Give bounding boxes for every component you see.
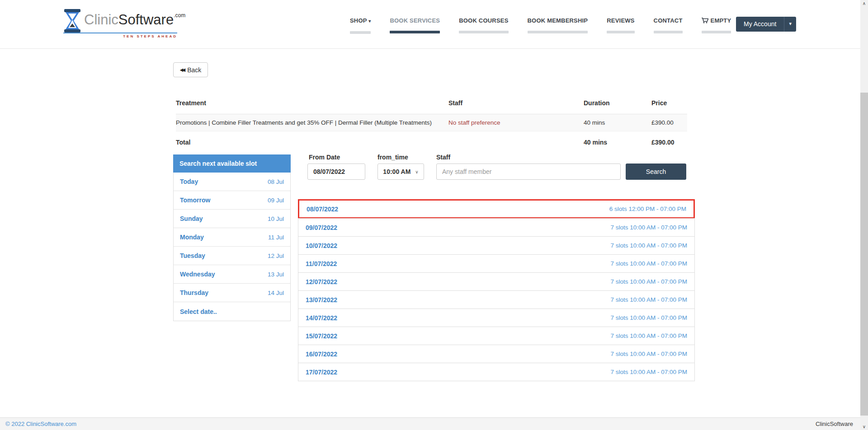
sidebar-item-monday[interactable]: Monday 11 Jul: [174, 228, 290, 247]
total-duration: 40 mins: [584, 131, 651, 151]
sidebar-item-tuesday[interactable]: Tuesday 12 Jul: [174, 247, 290, 265]
nav-underline: [607, 31, 634, 33]
main-nav: SHOP ▾ BOOK SERVICES BOOK COURSES BOOK M…: [345, 17, 736, 34]
search-button[interactable]: Search: [626, 164, 686, 180]
day-date: 10 Jul: [268, 215, 284, 222]
slot-row[interactable]: 11/07/2022 7 slots 10:00 AM - 07:00 PM: [298, 254, 695, 273]
rewind-icon: ◀◀: [180, 67, 184, 72]
slot-date: 10/07/2022: [306, 242, 337, 249]
nav-item-book-membership[interactable]: BOOK MEMBERSHIP: [523, 17, 593, 33]
scroll-down-icon[interactable]: ∨: [860, 424, 868, 429]
column-header-duration: Duration: [584, 97, 651, 114]
brand-tld: .com: [174, 12, 185, 19]
slot-row[interactable]: 16/07/2022 7 slots 10:00 AM - 07:00 PM: [298, 345, 695, 363]
slot-row[interactable]: 13/07/2022 7 slots 10:00 AM - 07:00 PM: [298, 290, 695, 309]
slot-row[interactable]: 09/07/2022 7 slots 10:00 AM - 07:00 PM: [298, 218, 695, 237]
treatment-cell: Promotions | Combine Filler Treatments a…: [176, 114, 448, 131]
slot-date: 15/07/2022: [306, 332, 337, 340]
slot-info: 6 slots 12:00 PM - 07:00 PM: [609, 206, 686, 212]
vertical-scrollbar[interactable]: ∧ ∨: [860, 0, 868, 430]
slot-info: 7 slots 10:00 AM - 07:00 PM: [610, 332, 687, 339]
from-time-label: from_time: [377, 154, 408, 161]
nav-underline-active: [390, 31, 440, 33]
page: ClinicSoftware.com TEN STEPS AHEAD SHOP …: [0, 0, 868, 430]
nav-label: BOOK MEMBERSHIP: [528, 17, 588, 24]
back-button[interactable]: ◀◀ Back: [173, 62, 208, 77]
nav-item-reviews[interactable]: REVIEWS: [602, 17, 639, 33]
my-account-dropdown-toggle[interactable]: ▾: [784, 17, 796, 32]
from-date-label: From Date: [309, 154, 340, 161]
nav-label: CONTACT: [654, 17, 683, 24]
header: ClinicSoftware.com TEN STEPS AHEAD SHOP …: [0, 0, 860, 49]
slot-info: 7 slots 10:00 AM - 07:00 PM: [610, 242, 687, 249]
scroll-up-icon[interactable]: ∧: [860, 1, 868, 6]
day-date: 12 Jul: [268, 252, 284, 259]
duration-cell: 40 mins: [584, 114, 651, 131]
my-account-button-group: My Account ▾: [736, 17, 796, 32]
from-time-value: 10:00 AM: [383, 168, 410, 175]
slot-date: 08/07/2022: [307, 206, 338, 213]
day-label: Tuesday: [180, 252, 205, 259]
scrollbar-thumb[interactable]: [860, 93, 868, 416]
nav-item-shop[interactable]: SHOP ▾: [345, 17, 375, 34]
staff-label: Staff: [436, 154, 450, 161]
nav-item-contact[interactable]: CONTACT: [649, 17, 687, 33]
sidebar-item-select-date[interactable]: Select date..: [174, 302, 290, 321]
day-date: 13 Jul: [268, 271, 284, 278]
day-label: Sunday: [180, 215, 203, 222]
slot-info: 7 slots 10:00 AM - 07:00 PM: [610, 296, 687, 303]
column-header-staff: Staff: [448, 97, 584, 114]
nav-item-book-services[interactable]: BOOK SERVICES: [385, 17, 444, 33]
slot-row[interactable]: 12/07/2022 7 slots 10:00 AM - 07:00 PM: [298, 272, 695, 291]
panel-title: Search next available slot: [173, 154, 291, 173]
nav-label: BOOK COURSES: [459, 17, 508, 24]
brand-logo[interactable]: ClinicSoftware.com TEN STEPS AHEAD: [63, 8, 177, 40]
column-header-treatment: Treatment: [176, 97, 448, 114]
sidebar-item-tomorrow[interactable]: Tomorrow 09 Jul: [174, 191, 290, 210]
slot-row[interactable]: 15/07/2022 7 slots 10:00 AM - 07:00 PM: [298, 327, 695, 345]
sidebar-item-thursday[interactable]: Thursday 14 Jul: [174, 284, 290, 302]
sidebar-item-sunday[interactable]: Sunday 10 Jul: [174, 210, 290, 228]
slot-date: 11/07/2022: [306, 260, 337, 267]
day-label: Monday: [180, 234, 204, 241]
footer-brand-text: ClinicSoftware: [816, 421, 853, 427]
day-date: 09 Jul: [268, 197, 284, 204]
nav-item-book-courses[interactable]: BOOK COURSES: [454, 17, 513, 33]
column-header-price: Price: [651, 97, 687, 114]
nav-item-cart[interactable]: EMPTY: [697, 17, 736, 33]
chevron-down-icon: ∨: [415, 169, 418, 174]
table-header-row: Treatment Staff Duration Price: [176, 97, 687, 114]
nav-label: SHOP ▾: [350, 17, 371, 25]
total-price: £390.00: [651, 131, 687, 151]
slot-date: 09/07/2022: [306, 224, 337, 231]
sidebar-item-today[interactable]: Today 08 Jul: [174, 173, 290, 191]
chevron-down-icon: ▾: [368, 19, 371, 23]
slot-info: 7 slots 10:00 AM - 07:00 PM: [610, 224, 687, 231]
copyright-link[interactable]: © 2022 ClinicSoftware.com: [5, 421, 76, 427]
footer: © 2022 ClinicSoftware.com ClinicSoftware: [0, 417, 860, 430]
slot-date: 12/07/2022: [306, 278, 337, 285]
slot-info: 7 slots 10:00 AM - 07:00 PM: [610, 369, 687, 375]
nav-underline: [702, 31, 731, 33]
brand-name-software: Software: [118, 12, 174, 28]
hourglass-logo-icon: [63, 9, 81, 33]
slot-date: 17/07/2022: [306, 369, 337, 376]
staff-input[interactable]: [436, 164, 621, 180]
back-button-label: Back: [187, 66, 201, 74]
my-account-button[interactable]: My Account: [736, 17, 784, 32]
slot-row[interactable]: 17/07/2022 7 slots 10:00 AM - 07:00 PM: [298, 363, 695, 381]
from-time-select[interactable]: 10:00 AM ∨: [377, 164, 424, 180]
brand-tagline: TEN STEPS AHEAD: [123, 34, 177, 38]
sidebar-item-wednesday[interactable]: Wednesday 13 Jul: [174, 265, 290, 284]
table-total-row: Total 40 mins £390.00: [176, 131, 687, 151]
day-label: Today: [180, 178, 198, 185]
slot-date: 14/07/2022: [306, 314, 337, 322]
table-row: Promotions | Combine Filler Treatments a…: [176, 114, 687, 131]
from-date-input[interactable]: [307, 164, 365, 180]
booking-summary-table: Treatment Staff Duration Price Promotion…: [176, 97, 687, 151]
slot-row[interactable]: 14/07/2022 7 slots 10:00 AM - 07:00 PM: [298, 308, 695, 327]
slot-row[interactable]: 10/07/2022 7 slots 10:00 AM - 07:00 PM: [298, 236, 695, 255]
total-label: Total: [176, 131, 448, 151]
next-available-slot-panel: Search next available slot Today 08 Jul …: [173, 155, 291, 321]
slot-row-selected[interactable]: 08/07/2022 6 slots 12:00 PM - 07:00 PM: [298, 199, 695, 219]
